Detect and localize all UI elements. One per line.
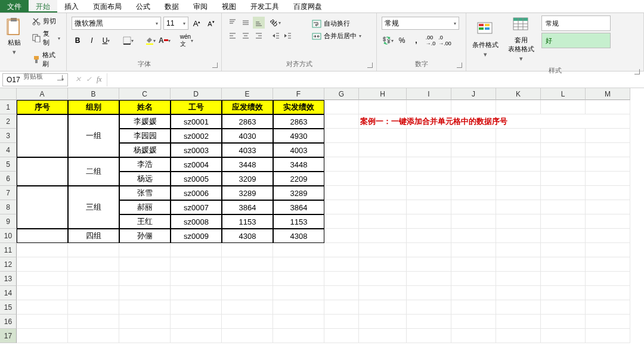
cell[interactable] (171, 300, 222, 315)
cell[interactable] (451, 200, 496, 214)
cell[interactable] (359, 172, 407, 186)
cell[interactable] (273, 300, 324, 315)
align-left-button[interactable] (227, 30, 239, 42)
cell[interactable] (451, 272, 496, 286)
tab-data[interactable]: 数据 (157, 0, 186, 13)
due-cell[interactable]: 3289 (222, 186, 273, 200)
cell[interactable] (17, 300, 68, 315)
tab-view[interactable]: 视图 (215, 0, 243, 13)
cell[interactable] (407, 100, 451, 114)
cell[interactable] (17, 257, 68, 272)
cell[interactable] (324, 157, 359, 172)
cell[interactable] (324, 300, 359, 315)
seq-cell[interactable] (17, 186, 68, 229)
cell[interactable] (359, 243, 407, 257)
cell[interactable] (586, 329, 630, 343)
cell[interactable] (273, 286, 324, 300)
row-header-5[interactable]: 5 (0, 157, 17, 172)
cell[interactable] (407, 243, 451, 257)
cell[interactable] (451, 100, 496, 114)
header-cell[interactable]: 工号 (171, 100, 222, 114)
cell[interactable] (407, 300, 451, 315)
decrease-indent-button[interactable] (270, 30, 281, 42)
row-header-2[interactable]: 2 (0, 114, 17, 129)
cell[interactable] (407, 329, 451, 343)
cell[interactable] (359, 329, 407, 343)
select-all-corner[interactable] (0, 88, 17, 100)
cell[interactable] (541, 243, 586, 257)
font-size-select[interactable]: 11 ▾ (163, 17, 188, 30)
row-header-13[interactable]: 13 (0, 272, 17, 286)
cell[interactable] (324, 129, 359, 143)
row-header-1[interactable]: 1 (0, 100, 17, 114)
header-cell[interactable]: 组别 (68, 100, 119, 114)
cell[interactable] (359, 143, 407, 157)
cell[interactable] (496, 214, 541, 229)
header-cell[interactable]: 姓名 (119, 100, 171, 114)
cell[interactable] (324, 286, 359, 300)
cell[interactable] (324, 172, 359, 186)
merge-center-button[interactable]: 合并后居中 ▾ (309, 30, 364, 42)
cell[interactable] (273, 315, 324, 329)
cell[interactable] (451, 315, 496, 329)
cell[interactable] (222, 315, 273, 329)
cell[interactable] (541, 272, 586, 286)
cell[interactable] (541, 129, 586, 143)
cell[interactable] (17, 243, 68, 257)
format-as-table-button[interactable]: 套用 表格格式 ▾ (504, 14, 538, 65)
cell[interactable] (324, 329, 359, 343)
cell[interactable] (324, 200, 359, 214)
cell[interactable] (451, 257, 496, 272)
cell[interactable] (451, 286, 496, 300)
cell[interactable] (451, 172, 496, 186)
cell[interactable] (119, 300, 171, 315)
cell[interactable] (541, 257, 586, 272)
align-bottom-button[interactable] (253, 17, 265, 29)
tab-formulas[interactable]: 公式 (129, 0, 157, 13)
cell[interactable] (273, 243, 324, 257)
name-cell[interactable]: 孙俪 (119, 229, 171, 243)
wrap-text-button[interactable]: 自动换行 (309, 18, 364, 29)
tab-home[interactable]: 开始 (29, 0, 57, 13)
name-cell[interactable]: 王红 (119, 214, 171, 229)
cell[interactable] (496, 286, 541, 300)
cell[interactable] (407, 272, 451, 286)
cell[interactable] (496, 157, 541, 172)
tab-review[interactable]: 审阅 (186, 0, 215, 13)
col-header-B[interactable]: B (68, 88, 119, 100)
actual-cell[interactable]: 2209 (273, 172, 324, 186)
cell[interactable] (541, 200, 586, 214)
id-cell[interactable]: sz0009 (171, 229, 222, 243)
cell[interactable] (451, 329, 496, 343)
due-cell[interactable]: 3864 (222, 200, 273, 214)
due-cell[interactable]: 1153 (222, 214, 273, 229)
cell[interactable] (171, 272, 222, 286)
cell[interactable] (17, 272, 68, 286)
cell[interactable] (17, 315, 68, 329)
cell[interactable] (359, 214, 407, 229)
id-cell[interactable]: sz0003 (171, 143, 222, 157)
col-header-F[interactable]: F (273, 88, 324, 100)
name-cell[interactable]: 李媛媛 (119, 114, 171, 129)
due-cell[interactable]: 3448 (222, 157, 273, 172)
cell[interactable] (496, 300, 541, 315)
due-cell[interactable]: 3209 (222, 172, 273, 186)
row-header-6[interactable]: 6 (0, 172, 17, 186)
cell[interactable] (359, 100, 407, 114)
cell[interactable] (496, 186, 541, 200)
cell[interactable] (119, 257, 171, 272)
row-header-17[interactable]: 17 (0, 329, 17, 343)
italic-button[interactable]: I (86, 35, 98, 46)
decrease-font-button[interactable]: A▾ (205, 17, 217, 29)
cell[interactable] (586, 172, 630, 186)
align-middle-button[interactable] (240, 17, 252, 29)
cell[interactable] (359, 300, 407, 315)
id-cell[interactable]: sz0006 (171, 186, 222, 200)
align-right-button[interactable] (253, 30, 265, 42)
name-cell[interactable]: 郝丽 (119, 200, 171, 214)
header-cell[interactable]: 实发绩效 (273, 100, 324, 114)
fill-color-button[interactable]: ▾ (144, 35, 156, 46)
header-cell[interactable]: 应发绩效 (222, 100, 273, 114)
row-header-8[interactable]: 8 (0, 200, 17, 214)
style-good[interactable]: 好 (541, 33, 611, 48)
